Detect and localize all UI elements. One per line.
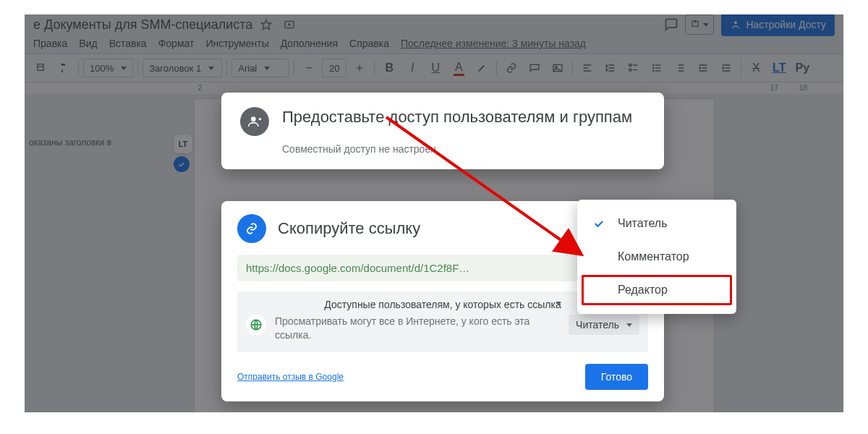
link-dialog-title: Скопируйте ссылку bbox=[278, 219, 420, 238]
share-people-dialog: Предоставьте доступ пользователям и груп… bbox=[221, 93, 664, 169]
chevron-down-icon bbox=[626, 323, 632, 327]
role-option-editor[interactable]: Редактор bbox=[577, 273, 736, 307]
svg-rect-6 bbox=[629, 64, 631, 67]
role-option-commenter[interactable]: Комментатор bbox=[577, 240, 736, 273]
check-badge-icon[interactable] bbox=[174, 156, 190, 172]
svg-rect-3 bbox=[38, 67, 43, 70]
toolbar: 100% Заголовок 1 Arial − 20 + B I U A X … bbox=[25, 54, 843, 82]
svg-point-8 bbox=[653, 64, 654, 65]
move-icon[interactable] bbox=[280, 15, 299, 34]
decrease-font-icon[interactable]: − bbox=[299, 58, 319, 78]
ruler-mark: 18 bbox=[799, 84, 807, 92]
role-option-label: Редактор bbox=[618, 284, 668, 297]
indent-decrease-icon[interactable] bbox=[693, 58, 713, 78]
line-spacing-icon[interactable] bbox=[600, 58, 621, 78]
checklist-icon[interactable] bbox=[624, 58, 644, 78]
clear-format-icon[interactable]: X bbox=[746, 58, 766, 78]
menu-view[interactable]: Вид bbox=[79, 38, 97, 49]
indent-increase-icon[interactable] bbox=[716, 58, 736, 78]
svg-point-2 bbox=[734, 21, 737, 24]
svg-point-5 bbox=[556, 66, 558, 68]
ruler-mark: 17 bbox=[770, 84, 778, 92]
menu-addons[interactable]: Дополнения bbox=[281, 38, 338, 49]
comment-icon[interactable] bbox=[524, 58, 545, 78]
role-label: Читатель bbox=[576, 319, 619, 331]
menu-help[interactable]: Справка bbox=[349, 38, 389, 49]
lt-icon[interactable]: LT bbox=[769, 58, 789, 78]
svg-rect-7 bbox=[629, 69, 631, 71]
access-description: Просматривать могут все в Интернете, у к… bbox=[275, 315, 560, 342]
role-option-viewer[interactable]: Читатель bbox=[577, 207, 736, 240]
person-add-icon bbox=[240, 107, 269, 136]
print-icon[interactable] bbox=[30, 58, 51, 78]
py-icon[interactable]: Py bbox=[792, 58, 812, 78]
lt-badge-icon[interactable]: LT bbox=[174, 135, 192, 153]
link-round-icon bbox=[237, 214, 266, 243]
font-select[interactable]: Arial bbox=[231, 59, 289, 77]
feedback-link[interactable]: Отправить отзыв в Google bbox=[237, 372, 344, 382]
check-icon bbox=[592, 217, 606, 230]
chevron-down-icon bbox=[703, 23, 709, 27]
link-icon[interactable] bbox=[501, 58, 522, 78]
menu-tools[interactable]: Инструменты bbox=[205, 38, 268, 49]
comments-icon[interactable] bbox=[662, 15, 681, 34]
share-dialog-subtitle: Совместный доступ не настроен bbox=[282, 143, 645, 155]
chevron-down-icon bbox=[208, 67, 214, 70]
chevron-down-icon[interactable] bbox=[556, 302, 561, 305]
share-dialog-title: Предоставьте доступ пользователям и груп… bbox=[282, 107, 632, 136]
share-button-label: Настройки Досту bbox=[746, 19, 826, 30]
document-title[interactable]: е Документы для SMM-специалиста bbox=[33, 17, 252, 33]
menu-insert[interactable]: Вставка bbox=[109, 38, 147, 49]
done-button[interactable]: Готово bbox=[585, 364, 648, 390]
role-selector[interactable]: Читатель bbox=[569, 315, 639, 335]
font-size-input[interactable]: 20 bbox=[322, 59, 346, 77]
paint-format-icon[interactable] bbox=[54, 58, 74, 78]
menu-format[interactable]: Формат bbox=[158, 38, 195, 49]
style-select[interactable]: Заголовок 1 bbox=[142, 59, 222, 77]
chevron-down-icon bbox=[121, 67, 127, 70]
chevron-down-icon bbox=[264, 67, 270, 70]
image-icon[interactable] bbox=[548, 58, 568, 78]
numbered-list-icon[interactable] bbox=[670, 58, 690, 78]
star-icon[interactable] bbox=[257, 15, 276, 34]
menubar: Правка Вид Вставка Формат Инструменты До… bbox=[25, 35, 843, 54]
last-edit-link[interactable]: Последнее изменение: 3 минуты назад bbox=[401, 38, 586, 49]
bullet-list-icon[interactable] bbox=[647, 58, 667, 78]
role-option-label: Комментатор bbox=[618, 250, 689, 263]
text-color-icon[interactable]: A bbox=[448, 58, 469, 78]
ruler-mark: 2 bbox=[198, 84, 203, 92]
google-docs-app: е Документы для SMM-специалиста Настройк… bbox=[25, 14, 843, 412]
role-option-label: Читатель bbox=[618, 217, 667, 230]
increase-font-icon[interactable]: + bbox=[349, 58, 370, 78]
bold-icon[interactable]: B bbox=[379, 58, 399, 78]
outline-hint: оказаны заголовки в bbox=[29, 137, 111, 148]
menu-edit[interactable]: Правка bbox=[33, 38, 67, 49]
share-button[interactable]: Настройки Досту bbox=[721, 14, 835, 36]
svg-marker-0 bbox=[262, 20, 271, 29]
globe-icon bbox=[246, 315, 266, 335]
highlight-icon[interactable] bbox=[472, 58, 492, 78]
align-icon[interactable] bbox=[577, 58, 597, 78]
underline-icon[interactable]: U bbox=[425, 58, 446, 78]
outline-panel: оказаны заголовки в bbox=[25, 137, 169, 148]
zoom-select[interactable]: 100% bbox=[83, 59, 133, 77]
svg-point-11 bbox=[251, 116, 256, 122]
svg-point-9 bbox=[653, 67, 654, 68]
svg-point-10 bbox=[653, 70, 654, 71]
share-url[interactable]: https://docs.google.com/document/d/1C2f8… bbox=[237, 255, 608, 281]
titlebar: е Документы для SMM-специалиста Настройк… bbox=[25, 14, 843, 35]
present-button[interactable] bbox=[685, 14, 714, 35]
role-dropdown: Читатель Комментатор Редактор bbox=[577, 200, 736, 314]
italic-icon[interactable]: I bbox=[402, 58, 422, 78]
